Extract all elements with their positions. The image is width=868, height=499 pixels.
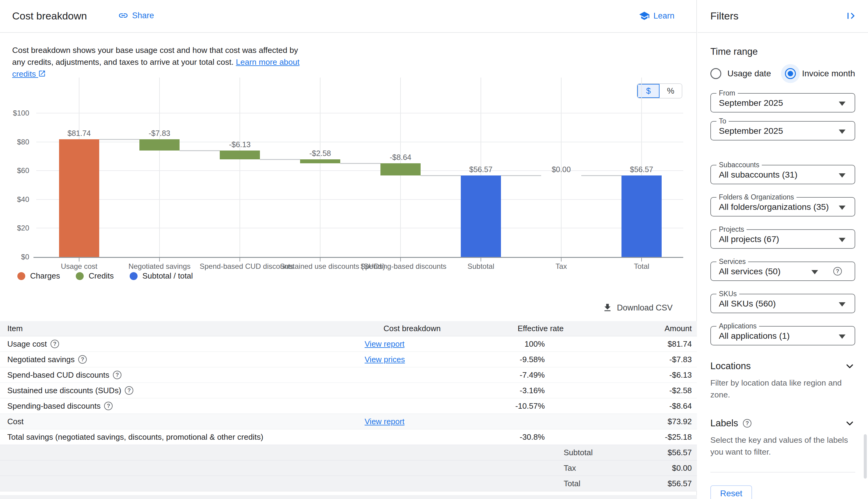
locations-section-header[interactable]: Locations xyxy=(710,361,855,372)
y-gridline xyxy=(36,199,683,200)
dropdown-label: Services xyxy=(716,258,748,266)
chart-bar-negotiated-savings[interactable] xyxy=(139,139,180,150)
filter-dropdown-services[interactable]: ServicesAll services (50)? xyxy=(710,261,855,281)
view-link[interactable]: View report xyxy=(365,417,404,426)
filter-dropdown-projects[interactable]: ProjectsAll projects (67) xyxy=(710,229,855,249)
report-link-cell: View report xyxy=(365,417,468,426)
reset-button[interactable]: Reset xyxy=(710,485,752,499)
filter-dropdown-from[interactable]: FromSeptember 2025 xyxy=(710,93,855,112)
effective-rate-cell: -30.8% xyxy=(468,433,545,442)
table-header-cell: Amount xyxy=(609,324,697,333)
labels-help-icon[interactable]: ? xyxy=(743,419,751,427)
help-icon[interactable]: ? xyxy=(104,402,112,410)
view-link[interactable]: View prices xyxy=(365,355,405,364)
amount-cell: -$6.13 xyxy=(609,370,697,380)
x-axis-tick xyxy=(79,258,80,261)
total-label-cell: Tax xyxy=(545,463,609,473)
table-header-row: ItemCost breakdownEffective rateAmount xyxy=(0,321,697,336)
amount-cell: $56.57 xyxy=(609,479,697,488)
chart-bar-sustained-use-discounts-suds-[interactable] xyxy=(300,159,340,163)
dropdown-arrow-icon xyxy=(811,270,818,274)
y-gridline xyxy=(36,113,683,113)
dropdown-arrow-icon xyxy=(839,206,845,210)
bar-value-label: -$6.13 xyxy=(200,140,280,149)
dropdown-label: Folders & Organizations xyxy=(716,193,796,201)
x-axis-tick xyxy=(239,258,240,261)
legend-item: Credits xyxy=(76,271,114,281)
radio-usage-date[interactable]: Usage date xyxy=(710,68,771,79)
waterfall-connector xyxy=(501,175,541,176)
x-axis-tick xyxy=(159,258,160,261)
item-label: Spending-based discounts xyxy=(7,401,100,411)
effective-rate-cell: 100% xyxy=(468,339,545,349)
legend-item: Charges xyxy=(17,271,60,281)
chart-bar-usage-cost[interactable] xyxy=(59,139,99,257)
radio-label: Invoice month xyxy=(802,69,855,78)
chart-bar-spend-based-cud-discounts[interactable] xyxy=(220,150,260,159)
services-help-icon[interactable]: ? xyxy=(833,267,842,276)
download-csv-button[interactable]: Download CSV xyxy=(602,303,673,313)
filter-dropdown-subaccounts[interactable]: SubaccountsAll subaccounts (31) xyxy=(710,165,855,184)
bar-value-label: $81.74 xyxy=(39,129,119,138)
x-axis-category-label: Negotiated savings xyxy=(119,262,200,271)
x-axis-category-label: Tax xyxy=(521,262,602,271)
report-link-cell: View prices xyxy=(365,355,468,364)
view-link[interactable]: View report xyxy=(365,339,404,349)
table-row: CostView report$73.92 xyxy=(0,414,697,429)
y-axis-tick-label: $20 xyxy=(0,224,29,232)
x-axis-category-label: Total xyxy=(602,262,682,271)
waterfall-connector xyxy=(581,175,621,176)
filter-dropdown-to[interactable]: ToSeptember 2025 xyxy=(710,121,855,141)
chevron-down-icon[interactable] xyxy=(844,361,855,372)
table-row: Sustained use discounts (SUDs)?-3.16%-$2… xyxy=(0,383,697,398)
legend-dot-total xyxy=(130,272,138,280)
legend-dot-charge xyxy=(17,272,25,280)
bar-value-label: -$8.64 xyxy=(361,153,440,162)
chart-bar-total[interactable] xyxy=(621,175,662,257)
dropdown-label: SKUs xyxy=(716,290,739,298)
x-axis-category-label: Usage cost xyxy=(39,262,119,271)
help-icon[interactable]: ? xyxy=(50,340,59,348)
waterfall-connector xyxy=(340,163,380,164)
chevron-down-icon[interactable] xyxy=(844,418,855,429)
dropdown-arrow-icon xyxy=(839,101,845,106)
help-icon[interactable]: ? xyxy=(125,386,133,395)
dropdown-arrow-icon xyxy=(839,302,845,306)
x-axis-category-label: Subtotal xyxy=(441,262,521,271)
filter-dropdown-applications[interactable]: ApplicationsAll applications (1) xyxy=(710,326,855,345)
y-axis-tick-label: $100 xyxy=(0,109,29,117)
download-icon xyxy=(602,303,613,313)
table-row: Total savings (negotiated savings, disco… xyxy=(0,429,697,445)
total-label-cell: Subtotal xyxy=(545,448,609,457)
help-icon[interactable]: ? xyxy=(78,355,87,364)
cost-breakdown-table: ItemCost breakdownEffective rateAmountUs… xyxy=(0,321,697,491)
item-cell: Total savings (negotiated savings, disco… xyxy=(0,433,365,442)
table-header-cell: Item xyxy=(0,324,383,333)
waterfall-connector xyxy=(260,159,300,160)
report-link-cell: View report xyxy=(365,339,468,349)
chart-bar-subtotal[interactable] xyxy=(461,175,501,257)
legend-label: Charges xyxy=(30,271,60,281)
collapse-panel-icon[interactable] xyxy=(845,10,858,22)
legend-dot-credit xyxy=(76,272,84,280)
chart-bar-spending-based-discounts[interactable] xyxy=(380,163,420,176)
help-icon[interactable]: ? xyxy=(113,371,121,379)
x-axis-category-label: Spend-based CUD discounts xyxy=(200,262,280,271)
dropdown-label: To xyxy=(716,117,729,125)
x-axis-category-label: Sustained use discounts (SUDs) xyxy=(280,262,360,271)
amount-cell: -$7.83 xyxy=(609,355,697,364)
item-label: Usage cost xyxy=(7,339,47,349)
panel-divider xyxy=(710,472,855,473)
amount-cell: $81.74 xyxy=(609,339,697,349)
radio-invoice-month[interactable]: Invoice month xyxy=(785,68,855,79)
labels-section-header[interactable]: Labels ? xyxy=(710,418,855,429)
filter-dropdown-skus[interactable]: SKUsAll SKUs (560) xyxy=(710,294,855,313)
panel-scrollbar[interactable] xyxy=(864,434,867,479)
item-cell: Sustained use discounts (SUDs)? xyxy=(0,386,365,395)
dropdown-arrow-icon xyxy=(839,130,845,134)
table-overflow-row xyxy=(0,495,697,499)
category-gridline xyxy=(239,77,240,257)
bar-value-label: $56.57 xyxy=(441,165,521,174)
filter-dropdown-folders[interactable]: Folders & OrganizationsAll folders/organ… xyxy=(710,197,855,217)
bar-value-label: $56.57 xyxy=(602,165,681,174)
